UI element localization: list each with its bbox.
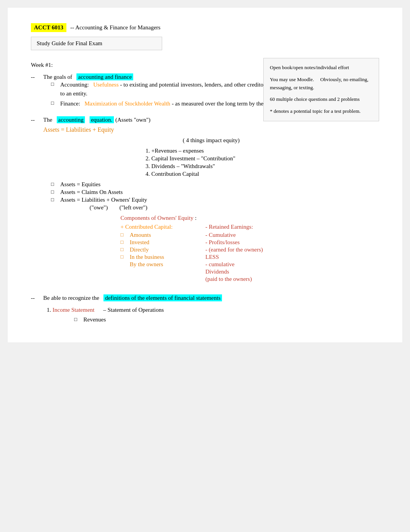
- revenues-label: Revenues: [83, 316, 106, 323]
- bullet-sym-5: □: [51, 197, 57, 203]
- earned-row: - (earned for the owners): [205, 246, 283, 253]
- dividends-row: Dividends: [205, 269, 283, 275]
- sidebar-line2: You may use Moodle. Obviously, no emaili…: [270, 76, 373, 92]
- by-owners-label: By the owners: [130, 261, 163, 267]
- sidebar-line2a: You may use Moodle.: [270, 76, 314, 82]
- paid-row: (paid to the owners): [205, 276, 283, 282]
- dividends-label: Dividends: [205, 269, 229, 275]
- contributed-label: Contributed Capital:: [125, 224, 173, 230]
- income-statement-row: Income Statement – Statement of Operatio…: [43, 307, 379, 313]
- bullet-sym-9: □: [120, 254, 127, 260]
- bullet-sym-1: □: [51, 80, 57, 98]
- small-bullet-2: □ Assets = Claims On Assets: [51, 189, 379, 195]
- four-things: ( 4 things impact equity): [43, 137, 379, 144]
- sidebar-line3: 60 multiple choice questions and 2 probl…: [270, 95, 373, 104]
- revenues-item: □ Revenues: [74, 316, 379, 323]
- bullet-sym-2: □: [51, 99, 57, 108]
- header-subtitle: -- Accounting & Finance for Managers: [70, 24, 161, 31]
- in-business-label: In the business: [130, 254, 164, 260]
- goals-prefix: The goals of: [43, 74, 72, 80]
- retained-header: - Retained Earnings:: [205, 224, 283, 230]
- equation-content: The accounting equation. (Assets "own") …: [43, 117, 379, 283]
- invested-label: Invested: [130, 239, 149, 246]
- bullet-text-1: Assets = Equities: [60, 181, 100, 188]
- equation-dash-item: -- The accounting equation. (Assets "own…: [31, 117, 379, 283]
- bullet-sym-7: □: [120, 239, 127, 246]
- definitions-dash-item: -- Be able to recognize the definitions …: [31, 295, 379, 323]
- owe-label: ("owe"): [90, 204, 108, 211]
- paid-label: (paid to the owners): [205, 276, 252, 282]
- definitions-section: -- Be able to recognize the definitions …: [31, 295, 379, 323]
- income-statement-item: Income Statement – Statement of Operatio…: [53, 307, 379, 313]
- accounting-equation: Assets = Liabilities + Equity: [43, 126, 379, 133]
- cumulative-row: - Cumulative: [205, 232, 283, 238]
- contributed-header: + Contributed Capital:: [120, 224, 198, 230]
- definitions-highlight: definitions of the elements of financial…: [103, 294, 222, 301]
- small-bullets: □ Assets = Equities □ Assets = Claims On…: [51, 181, 379, 203]
- study-guide-box: Study Guide for Final Exam: [31, 37, 162, 50]
- cumulative2-row: - cumulative: [205, 261, 283, 268]
- by-owners-row: By the owners: [130, 261, 198, 268]
- bullet-sym-10: □: [74, 316, 80, 323]
- bullet-text-2: Assets = Claims On Assets: [60, 189, 123, 195]
- accounting-highlight: Usefulness: [93, 82, 119, 88]
- sidebar-box: Open book/open notes/individual effort Y…: [263, 58, 379, 121]
- page: ACCT 6013 -- Accounting & Finance for Ma…: [8, 8, 402, 342]
- leftover-label: ("left over"): [119, 204, 147, 211]
- plus-sign: +: [120, 224, 125, 230]
- less-label: LESS: [205, 254, 219, 260]
- components-colon: :: [195, 215, 197, 221]
- small-bullet-1: □ Assets = Equities: [51, 181, 379, 188]
- profits-label: - Profits/losses: [205, 239, 240, 246]
- directly-label: Directly: [130, 246, 149, 253]
- components-title-row: Components of Owners' Equity :: [120, 215, 379, 224]
- eq-prefix: The: [43, 117, 52, 123]
- list-item: Capital Investment – "Contribution": [151, 155, 379, 162]
- contributed-col: + Contributed Capital: □ Amounts □ Inves…: [120, 224, 198, 268]
- eq-suffix: (Assets "own"): [115, 117, 151, 123]
- small-bullet-3: □ Assets = Liabilities + Owners' Equity: [51, 197, 379, 203]
- numbered-list: +Revenues – expenses Capital Investment …: [144, 148, 379, 177]
- definitions-content: Be able to recognize the definitions of …: [43, 295, 379, 323]
- list-item: +Revenues – expenses: [151, 148, 379, 154]
- bullet-sym-4: □: [51, 189, 57, 195]
- main-content: Week #1: -- The goals of accounting and …: [31, 58, 379, 327]
- bullet-text-3: Assets = Liabilities + Owners' Equity: [60, 197, 147, 203]
- accounting-label: Accounting:: [60, 82, 89, 88]
- eq-equation-highlight: equation.: [90, 116, 114, 123]
- retained-label: - Retained Earnings:: [205, 224, 253, 230]
- dash1: --: [31, 74, 39, 110]
- dash2: --: [31, 117, 39, 283]
- dash3: --: [31, 295, 39, 323]
- in-business-row: □ In the business: [120, 254, 198, 260]
- eq-accounting-highlight: accounting: [57, 116, 85, 123]
- finance-label: Finance:: [60, 100, 80, 107]
- owners-equity-section: Components of Owners' Equity : + Contrib…: [120, 215, 379, 283]
- owe-leftover: ("owe") ("left over"): [90, 204, 379, 211]
- less-row: LESS: [205, 254, 283, 260]
- income-statement-suffix: – Statement of Operations: [103, 307, 164, 313]
- sidebar-line4: * denotes a potential topic for a test p…: [270, 107, 373, 116]
- amounts-row: □ Amounts: [120, 232, 198, 238]
- acct-badge: ACCT 6013: [31, 23, 66, 32]
- cumulative2-label: - cumulative: [205, 261, 234, 268]
- bullet-sym-8: □: [120, 246, 127, 253]
- amounts-label: Amounts: [130, 232, 151, 238]
- list-item: Dividends – "Withdrawals": [151, 163, 379, 170]
- income-statement-label: Income Statement: [53, 307, 95, 313]
- components-row: + Contributed Capital: □ Amounts □ Inves…: [120, 224, 379, 283]
- cumulative-label: - Cumulative: [205, 232, 236, 238]
- profits-row: - Profits/losses: [205, 239, 283, 246]
- finance-highlight: Maximization of Stockholder Wealth: [85, 100, 170, 107]
- directly-row: □ Directly: [120, 246, 198, 253]
- list-item: Contribution Capital: [151, 171, 379, 177]
- sidebar-line1: Open book/open notes/individual effort: [270, 64, 373, 72]
- components-title: Components of Owners' Equity: [120, 215, 193, 221]
- earned-label: - (earned for the owners): [205, 246, 263, 253]
- definitions-prefix: Be able to recognize the: [43, 295, 99, 301]
- bullet-sym-3: □: [51, 181, 57, 188]
- bullet-sym-6: □: [120, 232, 127, 238]
- study-guide-label: Study Guide for Final Exam: [37, 40, 102, 46]
- header-row: ACCT 6013 -- Accounting & Finance for Ma…: [31, 23, 379, 32]
- goals-highlight: accounting and finance: [76, 73, 133, 80]
